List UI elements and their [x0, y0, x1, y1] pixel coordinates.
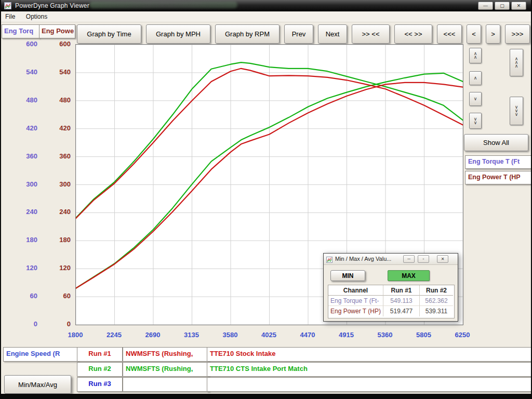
torque-axis-tick-240: 240 — [9, 208, 37, 216]
run3-source-field — [123, 377, 209, 392]
min-button[interactable]: MIN — [330, 270, 365, 281]
torque-axis-tick-360: 360 — [9, 152, 37, 161]
toolbar: Graph by TimeGraph by MPHGraph by RPMPre… — [77, 24, 530, 44]
axis-scale-down-button[interactable]: ∨ — [469, 92, 482, 106]
power-axis-tick-120: 120 — [43, 264, 71, 272]
axis-expand-bottom-button[interactable]: ∨ ∨ ∨ — [510, 97, 523, 125]
x-channel-field[interactable]: Engine Speed (R — [3, 347, 78, 362]
zoom-out-button[interactable]: << >> — [394, 24, 432, 44]
axis-tab-power[interactable]: Eng Powe — [39, 24, 75, 38]
power-axis-tick-540: 540 — [43, 68, 71, 76]
minmax-titlebar[interactable]: Min / Max / Avg Valu... ─ ▫ ✕ — [324, 254, 458, 265]
pan-far-left-button[interactable]: <<< — [437, 24, 462, 44]
minmax-minimize-button[interactable]: ─ — [403, 255, 415, 263]
minmax-window-title: Min / Max / Avg Valu... — [335, 256, 391, 262]
minmax-row-torque-run2-value: 562.362 — [420, 296, 453, 306]
torque-axis-tick-180: 180 — [9, 236, 37, 244]
torque-axis-tick-540: 540 — [9, 68, 37, 76]
power-axis-tick-600: 600 — [43, 40, 71, 48]
power-axis-tick-0: 0 — [43, 320, 71, 328]
legend-eng-power[interactable]: Eng Power T (HP — [465, 171, 531, 184]
legend-eng-torque[interactable]: Eng Torque T (Ft — [465, 155, 531, 169]
minmax-col-run1: Run #1 — [383, 285, 420, 296]
power-axis-tick-480: 480 — [43, 96, 71, 104]
torque-axis-tick-480: 480 — [9, 96, 37, 104]
torque-axis-tick-120: 120 — [9, 264, 37, 272]
minmax-window: Min / Max / Avg Valu... ─ ▫ ✕ MIN MAX Ch… — [323, 253, 458, 322]
menu-options[interactable]: Options — [22, 11, 51, 22]
axis-scale-up-button[interactable]: ∧ — [469, 71, 482, 85]
minmax-restore-button[interactable]: ▫ — [418, 255, 429, 263]
pan-right-button[interactable]: > — [486, 24, 500, 44]
minmax-close-button[interactable]: ✕ — [437, 255, 448, 263]
graph-by-mph-button[interactable]: Graph by MPH — [146, 24, 210, 44]
titlebar-blur-artifact — [89, 2, 237, 8]
minmax-window-icon — [326, 256, 332, 262]
rpm-axis-tick-4915: 4915 — [332, 331, 361, 339]
minmax-row-torque-channel: Eng Torque T (Ft- — [328, 296, 383, 306]
torque-axis-tick-0: 0 — [9, 320, 37, 328]
rpm-axis-tick-3580: 3580 — [216, 331, 245, 339]
run2-label[interactable]: Run #2 — [77, 362, 123, 377]
power-axis-tick-180: 180 — [43, 236, 71, 244]
torque-axis-tick-300: 300 — [9, 180, 37, 189]
run1-description-field: TTE710 Stock Intake — [207, 347, 531, 362]
minimize-button[interactable]: — — [478, 2, 493, 10]
menu-file[interactable]: File — [1, 11, 19, 22]
next-button[interactable]: Next — [318, 24, 347, 44]
pan-far-right-button[interactable]: >>> — [505, 24, 530, 44]
minmax-col-channel: Channel — [328, 285, 383, 296]
power-axis-tick-360: 360 — [43, 152, 71, 161]
minmax-row-power-run1-value: 519.477 — [383, 306, 420, 316]
power-axis-tick-60: 60 — [43, 292, 71, 300]
app-window: PowerDyne Graph Viewer — ▢ ✕ File Option… — [1, 0, 531, 394]
rpm-axis-tick-2245: 2245 — [100, 331, 129, 339]
axis-tab-torque[interactable]: Eng Torq — [2, 24, 39, 38]
run2-description-field: TTE710 CTS Intake Port Match — [207, 362, 531, 377]
rpm-axis-tick-4025: 4025 — [255, 331, 284, 339]
run1-label[interactable]: Run #1 — [77, 347, 123, 362]
run3-description-field — [207, 377, 531, 392]
power-axis-tick-240: 240 — [43, 208, 71, 216]
torque-axis-tick-420: 420 — [9, 124, 37, 132]
power-axis-tick-300: 300 — [43, 180, 71, 189]
rpm-x-axis: 1800224526903135358040254470491553605805… — [75, 331, 462, 340]
rpm-axis-tick-3135: 3135 — [177, 331, 206, 339]
titlebar[interactable]: PowerDyne Graph Viewer — ▢ ✕ — [1, 0, 531, 11]
rpm-axis-tick-4470: 4470 — [293, 331, 322, 339]
axis-expand-top-button[interactable]: ∧ ∧ ∧ — [510, 49, 523, 76]
power-axis-tick-420: 420 — [43, 124, 71, 132]
torque-axis-tick-600: 600 — [9, 40, 37, 48]
minmax-table: Channel Run #1 Run #2 Eng Torque T (Ft- … — [328, 285, 455, 318]
max-button[interactable]: MAX — [388, 270, 430, 281]
app-icon — [4, 2, 11, 9]
minmaxavg-button[interactable]: Min/Max/Avg — [4, 375, 71, 394]
prev-button[interactable]: Prev — [284, 24, 313, 44]
maximize-button[interactable]: ▢ — [495, 2, 510, 10]
rpm-axis-tick-2690: 2690 — [138, 331, 167, 339]
graph-by-time-button[interactable]: Graph by Time — [77, 24, 141, 44]
show-all-button[interactable]: Show All — [464, 134, 528, 151]
graph-by-rpm-button[interactable]: Graph by RPM — [215, 24, 280, 44]
zoom-in-button[interactable]: >> << — [352, 24, 390, 44]
window-title: PowerDyne Graph Viewer — [15, 2, 89, 9]
minmax-col-run2: Run #2 — [420, 285, 453, 296]
minmax-row-power-run2-value: 539.311 — [420, 306, 453, 316]
run2-source-field: NWMSFTS (Rushing, — [123, 362, 209, 377]
rpm-axis-tick-1800: 1800 — [61, 331, 90, 339]
close-button[interactable]: ✕ — [511, 2, 526, 10]
rpm-axis-tick-5360: 5360 — [370, 331, 400, 339]
rpm-axis-tick-6250: 6250 — [448, 331, 477, 339]
torque-axis-tick-60: 60 — [9, 292, 37, 300]
run1-source-field: NWMSFTS (Rushing, — [123, 347, 209, 362]
rpm-axis-tick-5805: 5805 — [409, 331, 438, 339]
axis-scale-down-fast-button[interactable]: ∨ ∨ — [469, 113, 482, 129]
menubar: File Options — [1, 11, 531, 22]
pan-left-button[interactable]: < — [467, 24, 481, 44]
minmax-row-torque-run1-value: 549.113 — [383, 296, 420, 306]
minmax-row-power-channel: Eng Power T (HP) — [328, 306, 383, 316]
power-y-axis: 060120180240300360420480540600 — [43, 44, 71, 324]
axis-scale-up-fast-button[interactable]: ∧ ∧ — [469, 48, 482, 63]
run3-label[interactable]: Run #3 — [77, 377, 123, 392]
torque-y-axis: 060120180240300360420480540600 — [9, 44, 37, 324]
